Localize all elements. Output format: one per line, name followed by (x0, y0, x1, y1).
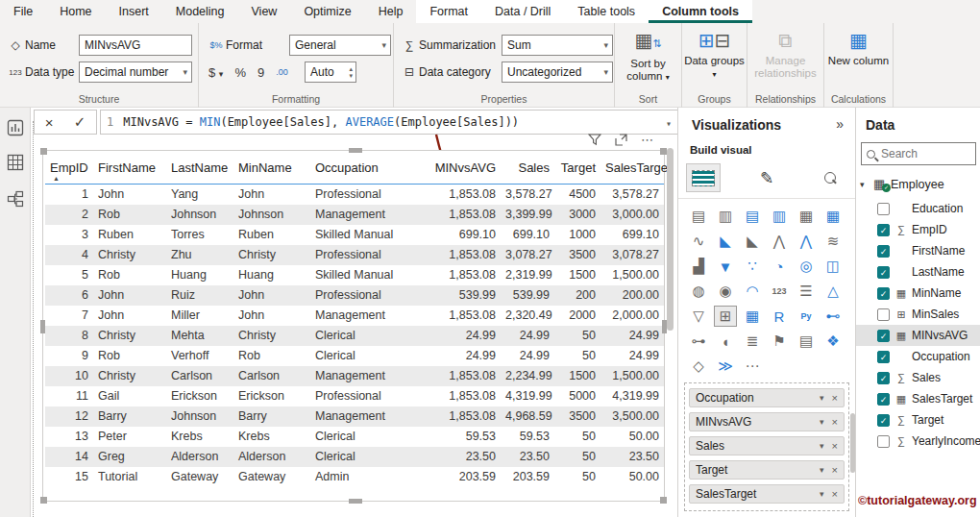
decimal-places-stepper[interactable]: Auto ▴▾ (305, 62, 356, 83)
resize-handle[interactable] (40, 148, 47, 155)
resize-handle[interactable] (40, 320, 45, 333)
field-checkbox[interactable]: ✓ (877, 224, 890, 236)
thousands-separator-button[interactable]: 9 (257, 65, 264, 80)
funnel-chart-icon[interactable]: ▼ (714, 256, 737, 277)
stacked-column-chart-icon[interactable]: ▥ (714, 206, 737, 227)
field-education[interactable]: ✓ Education (856, 198, 980, 219)
area-chart-icon[interactable]: ◣ (714, 231, 737, 252)
well-field-minvsavg[interactable]: MINvsAVG ▾ × (689, 412, 845, 431)
data-type-select[interactable]: Decimal number ▾ (79, 62, 192, 83)
data-category-select[interactable]: Uncategorized ▾ (502, 62, 613, 83)
field-checkbox[interactable]: ✓ (877, 308, 890, 321)
card-icon[interactable]: 123 (768, 281, 791, 302)
field-checkbox[interactable]: ✓ (877, 245, 890, 258)
power-automate-icon[interactable]: ≫ (714, 356, 737, 377)
column-header-minvsavg[interactable]: MINvsAVG▲ (422, 153, 501, 185)
commit-formula-icon[interactable]: ✓ (74, 113, 86, 131)
resize-handle[interactable] (40, 497, 47, 504)
cancel-formula-icon[interactable]: × (45, 114, 54, 131)
donut-chart-icon[interactable]: ◎ (795, 256, 818, 277)
resize-handle[interactable] (349, 148, 362, 153)
stacked-area-chart-icon[interactable]: ◣ (741, 231, 764, 252)
column-header-salestarget[interactable]: SalesTarget▲ (600, 153, 664, 185)
column-header-target[interactable]: Target▲ (554, 153, 600, 185)
metrics-icon[interactable]: ⚑ (768, 331, 791, 352)
field-minvsavg[interactable]: ✓ ▦ MINvsAVG (856, 325, 980, 346)
field-checkbox[interactable]: ✓ (877, 287, 890, 300)
remove-field-icon[interactable]: × (832, 392, 838, 404)
report-canvas[interactable]: ⋯ EmpID▲FirstName▲LastName▲MinName▲Occup… (31, 136, 677, 517)
formula-expand-icon[interactable]: ▾ (666, 118, 672, 129)
clustered-column-chart-icon[interactable]: ▥ (768, 206, 791, 227)
menu-tab-column-tools[interactable]: Column tools (649, 0, 752, 23)
paginated-report-icon[interactable]: ▤ (795, 331, 818, 352)
spinner-icons[interactable]: ▴▾ (349, 65, 353, 79)
field-minname[interactable]: ✓ ▦ MinName (856, 283, 980, 304)
more-visuals-icon[interactable]: ⋯ (741, 356, 764, 377)
kpi-icon[interactable]: △ (821, 281, 845, 302)
field-checkbox[interactable]: ✓ (877, 372, 890, 384)
hundred-stacked-bar-chart-icon[interactable]: ▦ (795, 206, 818, 227)
build-visual-tab[interactable] (686, 163, 721, 192)
field-checkbox[interactable]: ✓ (877, 393, 890, 406)
decomposition-tree-icon[interactable]: ⊷ (821, 306, 845, 327)
filter-icon[interactable] (588, 134, 601, 146)
field-salestarget[interactable]: ✓ ▦ SalesTarget (856, 388, 980, 409)
data-view-icon[interactable] (7, 154, 24, 171)
field-empid[interactable]: ✓ ∑ EmpID (856, 219, 980, 240)
chevron-down-icon[interactable]: ▾ (820, 393, 824, 403)
column-name-input[interactable]: MINvsAVG (79, 35, 192, 56)
arcgis-map-icon[interactable]: ❖ (821, 331, 845, 352)
clustered-bar-chart-icon[interactable]: ▤ (741, 206, 764, 227)
field-checkbox[interactable]: ✓ (877, 414, 890, 427)
menu-tab-modeling[interactable]: Modeling (162, 0, 238, 23)
power-apps-icon[interactable]: ◇ (687, 356, 710, 377)
resize-handle[interactable] (660, 497, 667, 504)
menu-tab-help[interactable]: Help (365, 0, 417, 23)
menu-tab-insert[interactable]: Insert (106, 0, 162, 23)
map-icon[interactable]: ◍ (687, 281, 710, 302)
well-field-target[interactable]: Target ▾ × (689, 460, 845, 480)
column-header-sales[interactable]: Sales▲ (501, 153, 554, 185)
canvas-scrollbar[interactable] (667, 148, 674, 331)
matrix-icon[interactable]: ▦ (741, 306, 764, 327)
resize-handle[interactable] (660, 148, 667, 155)
format-visual-tab[interactable]: ✎ (749, 163, 784, 192)
sort-by-column-button[interactable]: ▦⇅ Sort by column ▾ (615, 29, 681, 84)
smart-narrative-icon[interactable]: ≣ (741, 331, 764, 352)
decimal-places-button[interactable]: .00 (276, 67, 288, 77)
remove-field-icon[interactable]: × (832, 488, 838, 500)
menu-tab-optimize[interactable]: Optimize (290, 0, 364, 23)
chevron-down-icon[interactable]: ▾ (820, 465, 824, 475)
line-and-clustered-column-chart-icon[interactable]: ⋀ (795, 231, 818, 252)
report-view-icon[interactable] (7, 119, 24, 136)
chevron-down-icon[interactable]: ▾ (820, 417, 824, 427)
r-script-visual-icon[interactable]: R (768, 306, 791, 327)
field-checkbox[interactable]: ✓ (877, 351, 890, 363)
chevron-down-icon[interactable]: ▾ (820, 441, 824, 451)
manage-relationships-button[interactable]: ⧉ Manage relationships (747, 29, 823, 80)
remove-field-icon[interactable]: × (832, 416, 838, 428)
format-select[interactable]: General ▾ (289, 35, 391, 56)
more-options-icon[interactable]: ⋯ (641, 133, 654, 147)
percent-format-button[interactable]: % (234, 65, 246, 80)
ribbon-chart-icon[interactable]: ≋ (821, 231, 845, 252)
pie-chart-icon[interactable]: ◔ (768, 256, 791, 277)
field-checkbox[interactable]: ✓ (877, 266, 890, 279)
well-field-sales[interactable]: Sales ▾ × (689, 436, 845, 455)
remove-field-icon[interactable]: × (832, 440, 838, 452)
chevron-down-icon[interactable]: ▾ (860, 180, 873, 189)
key-influencers-icon[interactable]: ⊶ (687, 331, 710, 352)
remove-field-icon[interactable]: × (832, 464, 838, 476)
table-icon[interactable]: ⊞ (714, 306, 737, 327)
chevron-down-icon[interactable]: ▾ (820, 489, 824, 499)
multi-row-card-icon[interactable]: ☰ (795, 281, 818, 302)
formula-input[interactable]: 1 MINvsAVG = MIN(Employee[Sales], AVERAG… (100, 110, 680, 135)
column-header-firstname[interactable]: FirstName▲ (93, 153, 166, 185)
search-input[interactable] (881, 147, 963, 160)
slicer-icon[interactable]: ▽ (687, 306, 710, 327)
field-yearlyincome[interactable]: ✓ ∑ YearlyIncome (856, 431, 980, 452)
waterfall-chart-icon[interactable]: ▟ (687, 256, 710, 277)
qa-visual-icon[interactable]: ◖ (714, 331, 737, 352)
column-header-occupation[interactable]: Occupation▲ (310, 153, 422, 185)
